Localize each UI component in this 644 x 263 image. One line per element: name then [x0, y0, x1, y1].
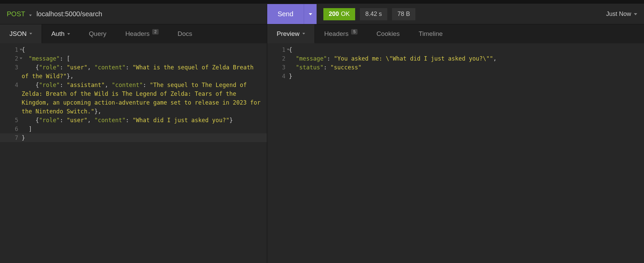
code-line[interactable]: 3 {"role": "user", "content": "What is t…: [0, 63, 267, 81]
send-button[interactable]: Send: [267, 4, 317, 24]
panes: 1{2 "message": [3 {"role": "user", "cont…: [0, 43, 644, 263]
code-text: }: [289, 72, 644, 81]
tab-timeline[interactable]: Timeline: [409, 24, 452, 43]
code-line[interactable]: 5 {"role": "user", "content": "What did …: [0, 116, 267, 125]
tab-query[interactable]: Query: [79, 24, 116, 43]
caret-down-icon: [634, 13, 637, 15]
code-line[interactable]: 4}: [267, 72, 644, 81]
code-text: {"role": "user", "content": "What is the…: [22, 63, 267, 81]
tab-cookies[interactable]: Cookies: [367, 24, 409, 43]
tab-request-headers[interactable]: Headers 2: [116, 24, 168, 43]
request-url-input[interactable]: localhost:5000/search: [37, 10, 261, 18]
code-text: "message": [: [22, 54, 267, 63]
line-number: 1: [0, 45, 22, 54]
line-number: 4: [267, 72, 289, 81]
caret-down-icon: [309, 13, 312, 15]
code-line[interactable]: 6 ]: [0, 125, 267, 133]
tab-label: JSON: [9, 30, 27, 38]
tab-auth[interactable]: Auth: [42, 24, 79, 43]
request-tabs: JSON Auth Query Headers 2 Docs: [0, 24, 267, 43]
code-text: ]: [22, 125, 267, 133]
code-line[interactable]: 1{: [267, 45, 644, 54]
code-line[interactable]: 2 "message": "You asked me: \"What did I…: [267, 54, 644, 63]
code-line[interactable]: 3 "status": "success": [267, 63, 644, 72]
response-age-dropdown[interactable]: Just Now: [606, 10, 637, 18]
line-number: 4: [0, 81, 22, 89]
caret-down-icon: [29, 33, 32, 35]
code-line[interactable]: 7}: [0, 133, 267, 142]
code-text: {"role": "assistant", "content": "The se…: [22, 81, 267, 116]
line-number: 5: [0, 116, 22, 125]
tab-docs[interactable]: Docs: [168, 24, 202, 43]
code-text: {: [289, 45, 644, 54]
tab-label: Query: [89, 30, 107, 38]
code-line[interactable]: 4 {"role": "assistant", "content": "The …: [0, 81, 267, 116]
send-button-label: Send: [278, 10, 294, 18]
line-number: 3: [267, 63, 289, 72]
tab-label: Docs: [178, 30, 192, 38]
tab-badge: 5: [351, 29, 358, 35]
tab-label: Preview: [277, 30, 300, 38]
app-root: POST localhost:5000/search Send 200 OK 8…: [0, 0, 644, 263]
tabs-row: JSON Auth Query Headers 2 Docs Preview: [0, 24, 644, 43]
tab-label: Headers: [125, 30, 150, 38]
tab-response-headers[interactable]: Headers 5: [315, 24, 367, 43]
http-method-dropdown[interactable]: POST: [7, 10, 32, 18]
code-line[interactable]: 2 "message": [: [0, 54, 267, 63]
status-badge: 200 OK: [323, 8, 355, 20]
code-text: }: [22, 133, 267, 142]
response-age-label: Just Now: [606, 10, 631, 18]
fold-icon[interactable]: [20, 58, 22, 59]
header-row: POST localhost:5000/search Send 200 OK 8…: [0, 4, 644, 24]
line-number: 6: [0, 125, 22, 133]
tab-preview[interactable]: Preview: [267, 24, 315, 43]
response-time-badge: 8.42 s: [360, 8, 387, 20]
caret-down-icon: [67, 33, 70, 35]
response-bar: 200 OK 8.42 s 78 B Just Now: [317, 4, 644, 24]
tab-label: Timeline: [419, 30, 443, 38]
line-number: 1: [267, 45, 289, 54]
code-text: "status": "success": [289, 63, 644, 72]
response-body-viewer[interactable]: 1{2 "message": "You asked me: \"What did…: [267, 43, 644, 263]
status-code: 200: [329, 10, 339, 18]
code-text: {"role": "user", "content": "What did I …: [22, 116, 267, 125]
code-text: {: [22, 45, 267, 54]
status-text: OK: [341, 10, 350, 18]
tab-label: Headers: [324, 30, 349, 38]
code-text: "message": "You asked me: \"What did I j…: [289, 54, 644, 63]
tab-label: Cookies: [376, 30, 400, 38]
caret-down-icon: [302, 33, 305, 35]
fold-icon[interactable]: [20, 49, 22, 50]
fold-icon[interactable]: [287, 49, 290, 50]
response-size-badge: 78 B: [392, 8, 415, 20]
line-number: 2: [267, 54, 289, 63]
http-method-label: POST: [7, 10, 25, 18]
line-number: 2: [0, 54, 22, 63]
send-button-main[interactable]: Send: [267, 4, 304, 24]
line-number: 3: [0, 63, 22, 72]
request-body-editor[interactable]: 1{2 "message": [3 {"role": "user", "cont…: [0, 43, 267, 263]
tab-label: Auth: [51, 30, 65, 38]
window-topstrip: [0, 0, 644, 4]
request-bar: POST localhost:5000/search: [0, 4, 267, 24]
code-line[interactable]: 1{: [0, 45, 267, 54]
caret-down-icon: [29, 15, 32, 16]
send-button-dropdown[interactable]: [304, 4, 317, 24]
line-number: 7: [0, 133, 22, 142]
tab-badge: 2: [152, 29, 159, 35]
tab-body[interactable]: JSON: [0, 24, 42, 43]
response-tabs: Preview Headers 5 Cookies Timeline: [267, 24, 644, 43]
